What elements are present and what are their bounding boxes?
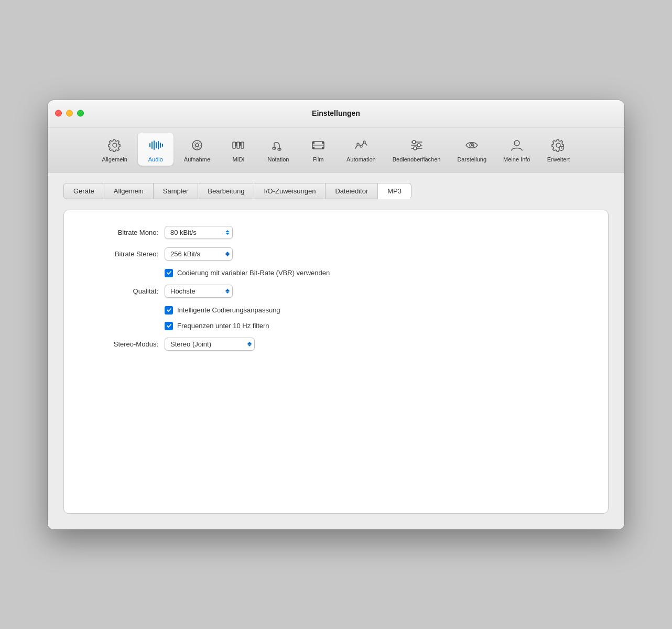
- settings-window: Einstellungen Allgemein Audio: [48, 100, 624, 529]
- traffic-lights: [55, 110, 84, 117]
- svg-rect-11: [312, 142, 315, 144]
- bitrate-stereo-row: Bitrate Stereo: 8 kBit/s 16 kBit/s 24 kB…: [85, 247, 587, 261]
- toolbar-label-meineinfo: Meine Info: [503, 156, 530, 162]
- bitrate-stereo-label: Bitrate Stereo:: [85, 250, 158, 258]
- toolbar-item-allgemein[interactable]: Allgemein: [96, 133, 134, 166]
- maximize-button[interactable]: [77, 110, 84, 117]
- toolbar-label-bedienoberflachen: Bedienoberflächen: [393, 156, 441, 162]
- tab-geraete[interactable]: Geräte: [63, 183, 104, 199]
- tab-mp3[interactable]: MP3: [377, 183, 411, 199]
- automation-icon: [352, 136, 371, 155]
- window-title: Einstellungen: [312, 109, 360, 117]
- content-area: Geräte Allgemein Sampler Bearbeitung I/O…: [48, 172, 624, 529]
- vbr-checkbox[interactable]: [165, 269, 173, 277]
- tab-dateieditor[interactable]: Dateieditor: [325, 183, 378, 199]
- toolbar-label-film: Film: [313, 156, 324, 162]
- tab-bar: Geräte Allgemein Sampler Bearbeitung I/O…: [63, 183, 609, 199]
- stereo-modus-select-wrapper: Mono Stereo Stereo (Joint) Stereo (Dual …: [165, 338, 255, 351]
- toolbar-label-allgemein: Allgemein: [102, 156, 127, 162]
- toolbar-label-erweitert: Erweitert: [547, 156, 570, 162]
- bitrate-stereo-select-wrapper: 8 kBit/s 16 kBit/s 24 kBit/s 32 kBit/s 4…: [165, 247, 233, 261]
- tab-io-zuweisungen[interactable]: I/O-Zuweisungen: [254, 183, 326, 199]
- vbr-checkbox-wrapper[interactable]: Codierung mit variabler Bit-Rate (VBR) v…: [165, 269, 330, 277]
- svg-point-23: [417, 144, 420, 147]
- qualitaet-select[interactable]: Niedrigste Niedrig Mittel Hoch Höchste: [165, 285, 233, 298]
- svg-point-26: [471, 144, 473, 146]
- intelligent-checkbox[interactable]: [165, 306, 173, 314]
- toolbar-item-notation[interactable]: Notation: [261, 133, 296, 166]
- vbr-label: Codierung mit variabler Bit-Rate (VBR) v…: [177, 269, 330, 277]
- svg-point-22: [413, 140, 416, 144]
- bitrate-stereo-select[interactable]: 8 kBit/s 16 kBit/s 24 kBit/s 32 kBit/s 4…: [165, 247, 233, 261]
- settings-panel: Bitrate Mono: 8 kBit/s 16 kBit/s 24 kBit…: [63, 210, 609, 514]
- midi-icon: [229, 136, 248, 155]
- svg-rect-12: [312, 147, 315, 149]
- toolbar-item-meineinfo[interactable]: Meine Info: [497, 133, 536, 166]
- toolbar-label-darstellung: Darstellung: [457, 156, 486, 162]
- tab-allgemein[interactable]: Allgemein: [104, 183, 154, 199]
- toolbar-item-audio[interactable]: Audio: [138, 133, 174, 166]
- minimize-button[interactable]: [66, 110, 73, 117]
- intelligent-label: Intelligente Codierungsanpassung: [177, 306, 280, 314]
- toolbar-item-film[interactable]: Film: [300, 133, 336, 166]
- toolbar-label-aufnahme: Aufnahme: [184, 156, 210, 162]
- toolbar-label-notation: Notation: [268, 156, 289, 162]
- toolbar-label-midi: MIDI: [232, 156, 244, 162]
- tab-bearbeitung[interactable]: Bearbeitung: [198, 183, 254, 199]
- toolbar-item-bedienoberflachen[interactable]: Bedienoberflächen: [386, 133, 447, 166]
- toolbar-label-automation: Automation: [346, 156, 376, 162]
- toolbar: Allgemein Audio Aufnahme: [48, 127, 624, 172]
- svg-point-24: [414, 147, 417, 150]
- film-icon: [309, 136, 328, 155]
- frequenzen-label: Frequenzen unter 10 Hz filtern: [177, 322, 269, 330]
- bitrate-mono-label: Bitrate Mono:: [85, 229, 158, 236]
- notation-icon: [269, 136, 288, 155]
- toolbar-item-erweitert[interactable]: Erweitert: [540, 133, 576, 166]
- intelligent-checkbox-wrapper[interactable]: Intelligente Codierungsanpassung: [165, 306, 280, 314]
- toolbar-item-darstellung[interactable]: Darstellung: [451, 133, 493, 166]
- qualitaet-row: Qualität: Niedrigste Niedrig Mittel Hoch…: [85, 285, 587, 298]
- toolbar-label-audio: Audio: [148, 156, 163, 162]
- gear-icon: [105, 136, 124, 155]
- svg-point-1: [196, 144, 199, 147]
- person-icon: [507, 136, 526, 155]
- bitrate-mono-select[interactable]: 8 kBit/s 16 kBit/s 24 kBit/s 32 kBit/s 4…: [165, 226, 233, 239]
- svg-point-16: [357, 143, 359, 145]
- svg-point-27: [514, 140, 519, 146]
- svg-rect-13: [322, 142, 324, 144]
- svg-point-2: [194, 142, 200, 148]
- tab-sampler[interactable]: Sampler: [153, 183, 198, 199]
- frequenzen-checkbox[interactable]: [165, 322, 173, 330]
- stereo-modus-select[interactable]: Mono Stereo Stereo (Joint) Stereo (Dual …: [165, 338, 255, 351]
- qualitaet-label: Qualität:: [85, 287, 158, 295]
- toolbar-item-automation[interactable]: Automation: [340, 133, 382, 166]
- frequenzen-row: Frequenzen unter 10 Hz filtern: [165, 322, 587, 330]
- svg-rect-14: [322, 147, 324, 149]
- svg-point-18: [363, 141, 365, 143]
- eye-icon: [462, 136, 481, 155]
- close-button[interactable]: [55, 110, 62, 117]
- stereo-modus-row: Stereo-Modus: Mono Stereo Stereo (Joint)…: [85, 338, 587, 351]
- gear2-icon: [549, 136, 568, 155]
- bitrate-mono-select-wrapper: 8 kBit/s 16 kBit/s 24 kBit/s 32 kBit/s 4…: [165, 226, 233, 239]
- audio-icon: [146, 136, 165, 155]
- svg-point-17: [360, 145, 362, 147]
- svg-rect-7: [239, 142, 241, 146]
- intelligent-row: Intelligente Codierungsanpassung: [165, 306, 587, 314]
- sliders-icon: [407, 136, 426, 155]
- frequenzen-checkbox-wrapper[interactable]: Frequenzen unter 10 Hz filtern: [165, 322, 269, 330]
- toolbar-item-aufnahme[interactable]: Aufnahme: [178, 133, 216, 166]
- svg-rect-5: [241, 142, 244, 148]
- toolbar-item-midi[interactable]: MIDI: [221, 133, 256, 166]
- stereo-modus-label: Stereo-Modus:: [85, 340, 158, 348]
- svg-rect-6: [235, 142, 237, 146]
- qualitaet-select-wrapper: Niedrigste Niedrig Mittel Hoch Höchste: [165, 285, 233, 298]
- bitrate-mono-row: Bitrate Mono: 8 kBit/s 16 kBit/s 24 kBit…: [85, 226, 587, 239]
- vbr-row: Codierung mit variabler Bit-Rate (VBR) v…: [165, 269, 587, 277]
- titlebar: Einstellungen: [48, 100, 624, 127]
- record-icon: [188, 136, 207, 155]
